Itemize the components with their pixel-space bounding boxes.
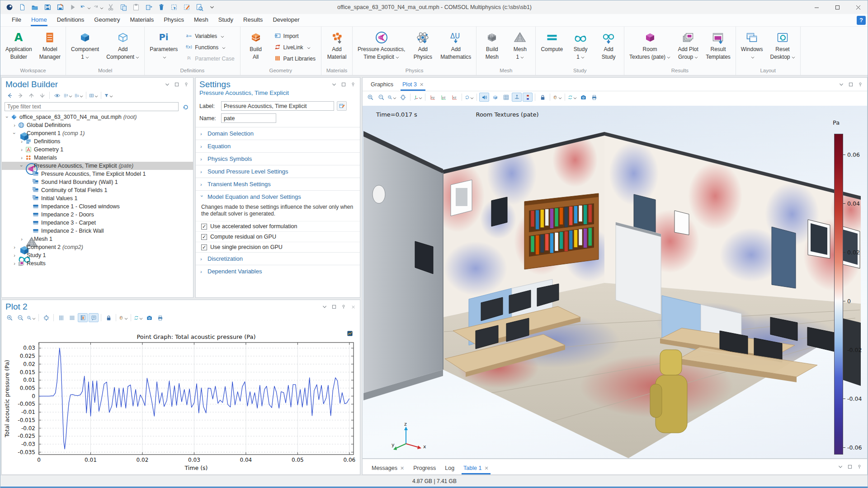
tree-item-office-space-63-30t0-n4-ma-out-mph[interactable]: ›office_space_63_30T0_N4_ma_out.mph(root… bbox=[2, 113, 193, 121]
panel-menu-icon[interactable] bbox=[331, 81, 337, 88]
plane-xy-icon[interactable]: xy bbox=[428, 93, 438, 102]
bottom-tab-messages[interactable]: Messages✕ bbox=[367, 463, 409, 474]
tree-item-impedance-3-carpet[interactable]: Impedance 3 - Carpet bbox=[2, 219, 193, 227]
ribbon-button-build-all[interactable]: BuildAll bbox=[242, 28, 269, 67]
ribbon-button-build-mesh[interactable]: BuildMesh bbox=[478, 28, 505, 67]
scene-sync-icon[interactable] bbox=[133, 313, 143, 322]
panel-menu-icon[interactable] bbox=[838, 81, 844, 88]
camera-icon[interactable] bbox=[578, 93, 588, 102]
colorbar-ic-icon[interactable] bbox=[523, 93, 533, 102]
tree-item-impedance-2-doors[interactable]: Impedance 2 - Doors bbox=[2, 211, 193, 219]
graphics-canvas[interactable]: Time=0.017 s Room Textures (pate) Pa 0.0… bbox=[363, 106, 867, 458]
panel-menu-icon[interactable] bbox=[164, 81, 170, 88]
ribbon-button-add-component[interactable]: AddComponent bbox=[103, 28, 142, 67]
columns-icon[interactable] bbox=[89, 91, 99, 100]
ribbon-button-component-1[interactable]: Component1 bbox=[68, 28, 102, 67]
expand-chevron-icon[interactable]: › bbox=[200, 269, 204, 274]
collapse-list-icon[interactable] bbox=[63, 91, 73, 100]
ribbon-button-add-physics[interactable]: AddPhysics bbox=[409, 28, 436, 67]
bottom-tab-progress[interactable]: Progress bbox=[409, 463, 440, 474]
maximize-button[interactable] bbox=[827, 0, 848, 14]
funnel-icon[interactable] bbox=[104, 91, 113, 100]
help-button[interactable]: ? bbox=[857, 16, 866, 25]
section-model-equation-and-solver-settings[interactable]: ›Model Equation and Solver Settings bbox=[196, 190, 360, 203]
panel-menu-icon[interactable] bbox=[321, 304, 328, 310]
redo-icon[interactable] bbox=[93, 2, 104, 12]
graphics-tab-graphics[interactable]: Graphics bbox=[366, 79, 398, 91]
camera-icon[interactable] bbox=[144, 313, 154, 322]
checkbox-icon[interactable]: ✓ bbox=[201, 234, 207, 240]
minimize-button[interactable] bbox=[806, 0, 827, 14]
expand-chevron-icon[interactable]: › bbox=[19, 147, 24, 152]
arrow-up-icon[interactable] bbox=[26, 91, 36, 100]
zoom-box-icon[interactable] bbox=[26, 313, 36, 322]
lock-icon[interactable] bbox=[538, 93, 547, 102]
label-field[interactable] bbox=[221, 101, 334, 111]
tree-item-component-1[interactable]: ›Component 1(comp 1) bbox=[2, 129, 193, 137]
menu-geometry[interactable]: Geometry bbox=[89, 14, 125, 26]
expand-chevron-icon[interactable]: › bbox=[19, 155, 24, 160]
collapse-chevron-icon[interactable]: › bbox=[199, 195, 205, 199]
orientation-icon[interactable] bbox=[512, 93, 522, 102]
collapse-chevron-icon[interactable]: › bbox=[12, 131, 17, 136]
menu-mesh[interactable]: Mesh bbox=[189, 14, 213, 26]
pin-icon[interactable] bbox=[856, 464, 863, 470]
zoom-in-icon[interactable] bbox=[5, 313, 14, 322]
expand-chevron-icon[interactable]: › bbox=[200, 256, 204, 262]
palette-icon[interactable] bbox=[118, 313, 128, 322]
tree-item-materials[interactable]: ›Materials bbox=[2, 154, 193, 162]
checkbox-compute-residual-on-gpu[interactable]: ✓Compute residual on GPU bbox=[196, 231, 360, 242]
tree-item-global-definitions[interactable]: ›Global Definitions bbox=[2, 121, 193, 129]
close-tab-icon[interactable]: ✕ bbox=[484, 465, 488, 471]
section-equation[interactable]: ›Equation bbox=[196, 140, 360, 152]
palette-icon[interactable] bbox=[552, 93, 562, 102]
new-file-icon[interactable] bbox=[17, 2, 28, 12]
axisbox-icon[interactable] bbox=[78, 313, 88, 322]
duplicate-icon[interactable] bbox=[143, 2, 154, 12]
eye-icon[interactable] bbox=[52, 91, 62, 100]
zoom-out-icon[interactable] bbox=[376, 93, 386, 102]
menu-materials[interactable]: Materials bbox=[125, 14, 159, 26]
ribbon-button-functions[interactable]: f(x)Functions bbox=[184, 42, 236, 53]
tree-item-geometry-1[interactable]: ›Geometry 1 bbox=[2, 145, 193, 154]
panel-menu-icon[interactable] bbox=[837, 464, 844, 470]
tree-filter-input[interactable] bbox=[5, 102, 179, 111]
rotate-icon[interactable] bbox=[464, 93, 474, 102]
name-field[interactable] bbox=[221, 113, 276, 123]
ribbon-button-import[interactable]: Import bbox=[272, 31, 317, 42]
menu-study[interactable]: Study bbox=[213, 14, 238, 26]
ribbon-button-room-textures-pate[interactable]: RoomTextures (pate) bbox=[626, 28, 674, 67]
checkbox-use-single-precision-on-gpu[interactable]: ✓Use single precision on GPU bbox=[196, 242, 360, 252]
tree-item-initial-values-1[interactable]: DInitial Values 1 bbox=[2, 194, 193, 202]
pin-icon[interactable] bbox=[857, 81, 863, 88]
menu-file[interactable]: File bbox=[7, 14, 26, 26]
select-box-icon[interactable] bbox=[169, 2, 179, 12]
ribbon-button-reset-desktop[interactable]: ResetDesktop bbox=[767, 28, 798, 67]
checkbox-icon[interactable]: ✓ bbox=[201, 244, 207, 250]
grid-v-icon[interactable] bbox=[56, 313, 66, 322]
delete-icon[interactable] bbox=[156, 2, 167, 12]
section-discretization[interactable]: ›Discretization bbox=[196, 252, 360, 265]
ribbon-button-application-builder[interactable]: AApplicationBuilder bbox=[2, 28, 35, 67]
scene-sync-icon[interactable] bbox=[567, 93, 577, 102]
open-icon[interactable] bbox=[29, 2, 40, 12]
rename-label-button[interactable] bbox=[337, 101, 347, 111]
copy-icon[interactable] bbox=[118, 2, 129, 12]
collapse-chevron-icon[interactable]: › bbox=[19, 163, 24, 169]
tree-item-study-1[interactable]: ›Study 1 bbox=[2, 251, 193, 259]
ribbon-button-parameters[interactable]: PiParameters bbox=[146, 28, 181, 67]
float-panel-icon[interactable] bbox=[340, 81, 347, 88]
expand-chevron-icon[interactable]: › bbox=[19, 139, 24, 144]
float-panel-icon[interactable] bbox=[847, 464, 853, 470]
ribbon-button-add-mathematics[interactable]: ΔUAddMathematics bbox=[437, 28, 474, 67]
refresh-filter-icon[interactable] bbox=[180, 102, 190, 111]
menu-definitions[interactable]: Definitions bbox=[52, 14, 90, 26]
transparency-icon[interactable] bbox=[490, 93, 500, 102]
float-panel-icon[interactable] bbox=[848, 81, 854, 88]
expand-chevron-icon[interactable]: › bbox=[19, 236, 24, 242]
arrow-down-icon[interactable] bbox=[37, 91, 47, 100]
ribbon-button-study-1[interactable]: Study1 bbox=[567, 28, 594, 67]
ribbon-button-model-manager[interactable]: ModelManager bbox=[36, 28, 64, 67]
arrow-right-icon[interactable] bbox=[15, 91, 25, 100]
zoom-out-icon[interactable] bbox=[15, 313, 25, 322]
